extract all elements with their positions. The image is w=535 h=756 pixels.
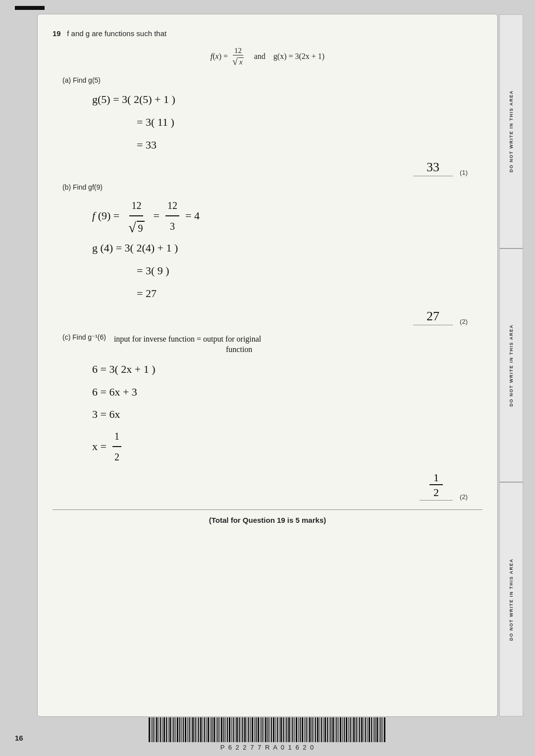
- page-number: 16: [15, 734, 23, 742]
- side-strip-2: DO NOT WRITE IN THIS AREA: [499, 249, 523, 483]
- part-b-answer-box: 27: [413, 309, 453, 325]
- side-strip-3: DO NOT WRITE IN THIS AREA: [499, 482, 523, 716]
- svg-rect-37: [219, 717, 220, 742]
- page-container: DO NOT WRITE IN THIS AREA DO NOT WRITE I…: [0, 0, 535, 756]
- part-b-f9: f (9) =: [92, 205, 119, 226]
- sqrt-content: x: [238, 57, 244, 66]
- svg-rect-40: [225, 717, 226, 742]
- svg-rect-24: [195, 717, 196, 742]
- sqrt-9: √ 9: [128, 221, 144, 235]
- svg-rect-19: [185, 717, 186, 742]
- main-content: DO NOT WRITE IN THIS AREA DO NOT WRITE I…: [37, 14, 498, 717]
- frac1-num: 12: [129, 196, 143, 216]
- side-strip-text-2: DO NOT WRITE IN THIS AREA: [509, 324, 514, 406]
- part-b-line-4: = 27: [137, 283, 482, 304]
- svg-rect-66: [275, 717, 276, 742]
- svg-rect-58: [260, 717, 261, 742]
- svg-rect-111: [361, 717, 363, 742]
- svg-rect-47: [239, 717, 240, 742]
- question-intro: f and g are functions such that: [67, 29, 166, 38]
- fx-fraction: 12 √ x: [231, 47, 245, 67]
- svg-rect-103: [346, 717, 347, 742]
- svg-rect-29: [204, 717, 205, 742]
- svg-rect-49: [242, 717, 243, 742]
- part-c-eq4-lhs: x =: [92, 436, 107, 457]
- part-c-note: input for inverse function = output for …: [114, 333, 261, 345]
- svg-rect-44: [233, 717, 234, 742]
- svg-rect-39: [223, 717, 224, 742]
- svg-rect-102: [344, 717, 345, 742]
- svg-rect-13: [173, 717, 174, 742]
- part-b-answer-area: 27 (2): [53, 309, 468, 325]
- svg-rect-86: [314, 717, 314, 742]
- svg-rect-5: [159, 717, 159, 742]
- part-a-expr-2: = 3( 11 ): [137, 112, 174, 133]
- part-a-expr-1: g(5) = 3( 2(5) + 1 ): [92, 89, 175, 110]
- part-c-line-4: x = 1 2: [92, 427, 482, 466]
- part-b-fraction-1: 12 √ 9: [125, 196, 147, 236]
- part-a-line-1: g(5) = 3( 2(5) + 1 ): [92, 89, 482, 110]
- sqrt-val-9: 9: [137, 221, 145, 235]
- svg-rect-109: [358, 717, 358, 742]
- svg-rect-55: [254, 717, 255, 742]
- part-c-line-3: 3 = 6x: [92, 404, 482, 425]
- svg-rect-96: [332, 717, 334, 742]
- svg-rect-105: [350, 717, 351, 742]
- part-b-g4: g (4) = 3( 2(4) + 1 ): [92, 238, 178, 258]
- svg-rect-2: [153, 717, 154, 742]
- svg-rect-85: [312, 717, 313, 742]
- part-a-expr-3: = 33: [137, 135, 157, 155]
- svg-rect-7: [162, 717, 162, 742]
- part-b-expr-4: = 27: [137, 283, 157, 304]
- total-marks: (Total for Question 19 is 5 marks): [53, 509, 482, 524]
- svg-rect-120: [379, 717, 379, 742]
- svg-rect-8: [163, 717, 165, 742]
- part-b-line-2: g (4) = 3( 2(4) + 1 ): [92, 238, 482, 258]
- svg-rect-16: [179, 717, 180, 742]
- part-c-label: (c) Find g⁻¹(6): [62, 333, 106, 341]
- svg-rect-94: [329, 717, 329, 742]
- part-a-answer-area: 33 (1): [53, 160, 468, 176]
- svg-rect-74: [291, 717, 291, 742]
- svg-rect-50: [244, 717, 246, 742]
- svg-rect-33: [212, 717, 213, 742]
- part-a-line-2: = 3( 11 ): [137, 112, 482, 133]
- part-c-frac-den: 2: [112, 447, 121, 466]
- part-b-answer-value: 27: [413, 309, 453, 325]
- svg-rect-10: [168, 717, 168, 742]
- svg-rect-99: [338, 717, 339, 742]
- svg-rect-110: [359, 717, 360, 742]
- part-a-work: g(5) = 3( 2(5) + 1 ) = 3( 11 ) = 33: [92, 89, 482, 155]
- svg-rect-76: [294, 717, 295, 742]
- svg-rect-80: [302, 717, 303, 742]
- svg-rect-20: [187, 717, 188, 742]
- formula-display: f(x) = 12 √ x and g(x) = 3(2x + 1): [53, 47, 482, 67]
- part-b-expr-3: = 3( 9 ): [137, 260, 169, 281]
- part-c-ans-den: 2: [429, 485, 443, 499]
- svg-rect-88: [317, 717, 319, 742]
- svg-rect-32: [210, 717, 211, 742]
- part-c-fraction: 1 2: [112, 427, 121, 466]
- svg-rect-81: [304, 717, 305, 742]
- svg-rect-22: [191, 717, 191, 742]
- svg-rect-67: [277, 717, 278, 742]
- svg-rect-63: [269, 717, 270, 742]
- svg-rect-25: [197, 717, 197, 742]
- side-strips: DO NOT WRITE IN THIS AREA DO NOT WRITE I…: [499, 14, 523, 716]
- sqrt-sym-b: √: [128, 221, 136, 235]
- svg-rect-121: [380, 717, 381, 742]
- svg-rect-93: [327, 717, 328, 742]
- part-c-eq3: 3 = 6x: [92, 404, 120, 425]
- svg-rect-64: [271, 717, 272, 742]
- part-b-eq1: =: [154, 205, 160, 226]
- svg-rect-31: [208, 717, 209, 742]
- svg-rect-21: [189, 717, 190, 742]
- svg-rect-104: [348, 717, 349, 742]
- svg-rect-43: [231, 717, 232, 742]
- part-b-eq2: = 4: [185, 205, 200, 226]
- svg-rect-100: [340, 717, 341, 742]
- svg-rect-87: [315, 717, 316, 742]
- part-c-eq2: 6 = 6x + 3: [92, 382, 137, 403]
- question-number: 19: [53, 29, 61, 38]
- svg-rect-108: [356, 717, 357, 742]
